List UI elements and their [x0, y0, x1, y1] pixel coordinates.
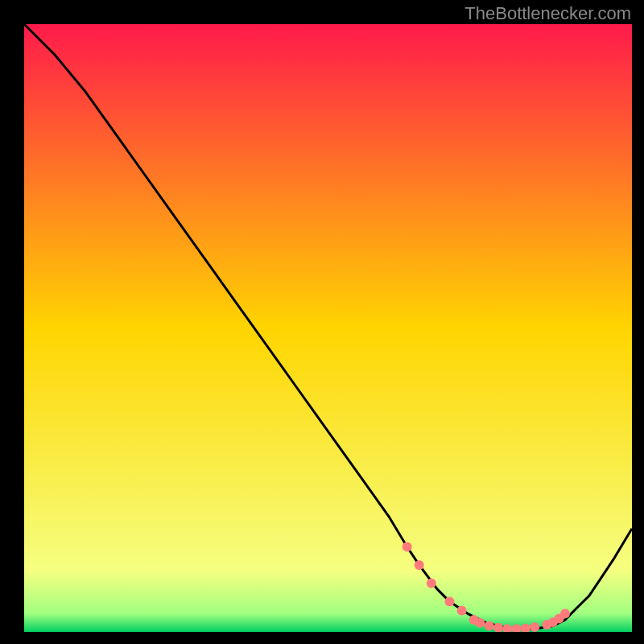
- gradient-background: [24, 24, 632, 632]
- marker-dot: [485, 621, 494, 630]
- plot-area: [24, 24, 632, 632]
- marker-dot: [415, 560, 424, 570]
- watermark-label: TheBottlenecker.com: [464, 3, 631, 24]
- marker-dot: [445, 597, 455, 606]
- marker-dot: [427, 579, 436, 588]
- marker-dot: [457, 606, 467, 616]
- chart-svg: [24, 24, 632, 632]
- marker-dot: [475, 618, 485, 628]
- marker-dot: [402, 542, 412, 551]
- chart-container: TheBottlenecker.com: [0, 0, 644, 644]
- marker-dot: [530, 622, 539, 632]
- marker-dot: [560, 609, 570, 618]
